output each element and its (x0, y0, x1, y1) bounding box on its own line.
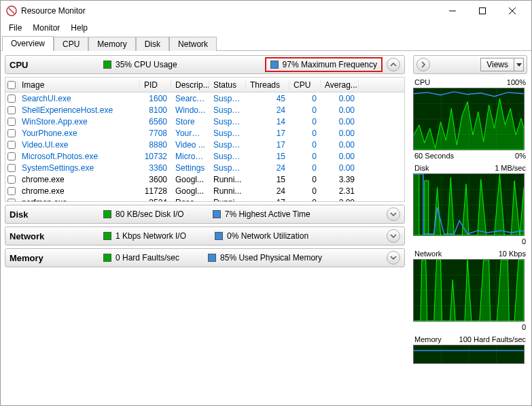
network-graph (413, 259, 525, 322)
views-dropdown[interactable] (514, 58, 524, 71)
cell-pid: 3360 (140, 163, 171, 173)
col-image[interactable]: Image (18, 80, 140, 90)
right-collapse-button[interactable] (416, 58, 430, 71)
cpu-section-bar[interactable]: CPU 35% CPU Usage 97% Maximum Frequency (5, 55, 405, 74)
col-status[interactable]: Status (209, 80, 246, 90)
cell-avg: 2.31 (321, 186, 359, 196)
tab-disk[interactable]: Disk (136, 37, 169, 51)
graph-network-br: 0 (522, 323, 526, 331)
graph-disk-title: Disk (414, 164, 429, 172)
memory-section-bar[interactable]: Memory 0 Hard Faults/sec 85% Used Physic… (5, 248, 405, 267)
cell-threads: 24 (246, 105, 289, 115)
header-checkbox[interactable] (7, 81, 16, 89)
cell-desc: Store (171, 117, 209, 126)
table-row[interactable]: perfmon.exe3524Resou...Runni...1702.00 (5, 197, 404, 201)
cpu-collapse-button[interactable] (387, 58, 400, 71)
cell-avg: 0.00 (321, 163, 359, 173)
disk-active-swatch (213, 210, 221, 218)
network-io-text: 1 Kbps Network I/O (116, 231, 186, 241)
table-row[interactable]: Video.UI.exe8880Video ...Suspe...1700.00 (5, 139, 404, 150)
col-threads[interactable]: Threads (246, 80, 289, 90)
cell-status: Runni... (209, 175, 246, 184)
table-row[interactable]: SystemSettings.exe3360SettingsSuspe...24… (5, 162, 404, 173)
table-row[interactable]: YourPhone.exe7708YourPh...Suspe...1700.0… (5, 127, 404, 139)
window-title: Resource Monitor (21, 6, 438, 16)
cell-pid: 3600 (140, 175, 171, 184)
table-row[interactable]: ShellExperienceHost.exe8100Windo...Suspe… (5, 104, 404, 116)
right-header: Views (413, 55, 527, 74)
menu-monitor[interactable]: Monitor (27, 22, 65, 34)
row-checkbox[interactable] (7, 106, 16, 114)
views-button[interactable]: Views (480, 58, 514, 71)
col-desc[interactable]: Descrip... (171, 80, 209, 90)
cell-image: WinStore.App.exe (18, 117, 140, 126)
memory-faults-swatch (103, 254, 111, 262)
tab-network[interactable]: Network (169, 37, 217, 51)
views-label: Views (486, 60, 508, 69)
row-checkbox[interactable] (7, 175, 16, 184)
cell-threads: 15 (246, 152, 289, 161)
col-checkbox[interactable] (5, 81, 18, 89)
cell-desc: Googl... (171, 175, 209, 184)
cpu-freq-text: 97% Maximum Frequency (283, 60, 377, 69)
row-checkbox[interactable] (7, 187, 16, 195)
row-checkbox[interactable] (7, 164, 16, 172)
cpu-section-title: CPU (10, 60, 103, 70)
graph-network-right: 10 Kbps (499, 250, 526, 258)
cell-image: SearchUI.exe (18, 94, 140, 103)
col-cpu[interactable]: CPU (289, 80, 321, 90)
network-io-swatch (103, 232, 111, 240)
memory-used-text: 85% Used Physical Memory (220, 253, 322, 263)
cell-cpu: 0 (289, 175, 321, 184)
cell-desc: Video ... (171, 140, 209, 150)
disk-section-bar[interactable]: Disk 80 KB/sec Disk I/O 7% Highest Activ… (5, 205, 405, 224)
network-section-bar[interactable]: Network 1 Kbps Network I/O 0% Network Ut… (5, 226, 405, 246)
close-button[interactable] (497, 1, 527, 20)
disk-graph (413, 173, 525, 236)
network-expand-button[interactable] (387, 229, 400, 243)
graph-cpu-bl: 60 Seconds (414, 152, 454, 160)
network-util-text: 0% Network Utilization (227, 231, 308, 241)
cell-avg: 0.00 (321, 105, 359, 115)
cell-pid: 8880 (140, 140, 171, 150)
svg-marker-6 (516, 63, 522, 67)
cell-threads: 14 (246, 117, 289, 126)
row-checkbox[interactable] (7, 118, 16, 126)
cell-cpu: 0 (289, 117, 321, 126)
disk-expand-button[interactable] (387, 207, 400, 221)
col-pid[interactable]: PID (140, 80, 171, 90)
cell-cpu: 0 (289, 152, 321, 161)
table-row[interactable]: chrome.exe11728Googl...Runni...2402.31 (5, 185, 404, 197)
table-row[interactable]: WinStore.App.exe6560StoreSuspe...1400.00 (5, 116, 404, 127)
row-checkbox[interactable] (7, 199, 16, 202)
maximize-button[interactable] (467, 1, 497, 20)
memory-used-swatch (208, 254, 216, 262)
app-icon (6, 5, 17, 16)
cell-pid: 10732 (140, 152, 171, 161)
tab-cpu[interactable]: CPU (54, 37, 88, 51)
cell-status: Runni... (209, 198, 246, 202)
table-row[interactable]: SearchUI.exe1600Search ...Suspe...4500.0… (5, 92, 404, 104)
network-util-swatch (215, 232, 223, 240)
memory-section-title: Memory (10, 253, 103, 263)
col-avg[interactable]: Averag... (321, 80, 359, 90)
row-checkbox[interactable] (7, 152, 16, 160)
disk-io-text: 80 KB/sec Disk I/O (116, 209, 184, 219)
cell-threads: 45 (246, 94, 289, 103)
memory-expand-button[interactable] (387, 251, 400, 265)
row-checkbox[interactable] (7, 129, 16, 137)
cell-image: Microsoft.Photos.exe (18, 152, 140, 161)
minimize-button[interactable] (438, 1, 467, 20)
menu-help[interactable]: Help (65, 22, 93, 34)
table-row[interactable]: Microsoft.Photos.exe10732Micros...Suspe.… (5, 150, 404, 162)
cell-avg: 0.00 (321, 129, 359, 138)
cell-status: Suspe... (209, 152, 246, 161)
row-checkbox[interactable] (7, 95, 16, 103)
tab-memory[interactable]: Memory (88, 37, 135, 51)
table-row[interactable]: chrome.exe3600Googl...Runni...1503.39 (5, 173, 404, 185)
tab-overview[interactable]: Overview (2, 36, 54, 51)
row-checkbox[interactable] (7, 141, 16, 149)
cpu-usage-swatch (103, 61, 111, 69)
cell-desc: Windo... (171, 105, 209, 115)
menu-file[interactable]: File (3, 22, 27, 34)
